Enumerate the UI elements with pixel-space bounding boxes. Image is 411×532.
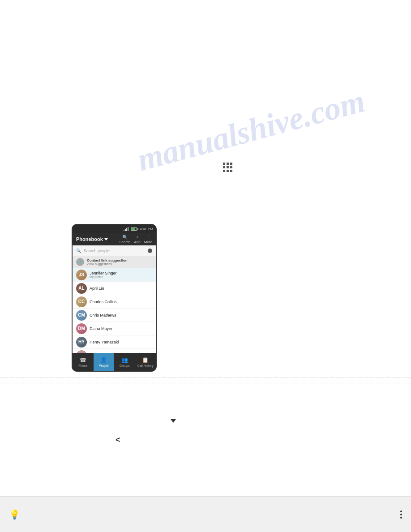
call-history-nav-icon: 📋 [142,357,149,363]
contact-diana[interactable]: DM Diana Mayer [73,322,156,335]
contact-name-diana: Diana Mayer [90,326,112,331]
groups-nav-icon: 👥 [121,357,128,363]
tip-box: 💡 [0,496,411,532]
more-action[interactable]: ⋮ More [144,235,152,244]
nav-people[interactable]: 👤 People [94,353,115,371]
contact-info-chris: Chris Mathews [90,313,116,317]
contact-subtitle-jennifer: My profile [90,275,117,279]
nav-phone-label: Phone [78,364,87,367]
menu-dot-3 [400,517,402,519]
contact-jennifer[interactable]: JS Jennifer Singer My profile [73,268,156,282]
suggestion-text: Contact link suggestion 2 link suggestio… [87,258,128,266]
signal-icon [124,227,128,231]
phone-nav-icon: ☎ [80,357,86,363]
suggestion-title: Contact link suggestion [87,258,128,262]
more-icon: ⋮ [146,235,150,240]
contact-name-henry: Henry Yamazaki [90,340,119,344]
search-label: Search [119,240,130,244]
triangle-down-icon [171,416,176,425]
search-icon: 🔍 [122,235,128,240]
nav-people-label: People [99,364,109,367]
phonebook-title-label: Phonebook [76,236,103,242]
status-bar: 4:41 PM [73,225,156,233]
header-actions: 🔍 Search + Add ⋮ More [119,235,152,244]
avatar-diana: DM [76,323,87,334]
contact-info-april: April Lin [90,286,104,291]
app-title[interactable]: Phonebook [76,236,108,242]
add-icon: + [136,235,139,240]
contact-info-jennifer: Jennifer Singer My profile [90,271,117,279]
contact-chris[interactable]: CM Chris Mathews [73,309,156,322]
search-action[interactable]: 🔍 Search [119,235,130,244]
search-icon-small: 🔍 [76,249,81,253]
suggestion-icon: 🔗 [76,258,84,266]
contact-info-henry: Henry Yamazaki [90,340,119,344]
divider-top [0,378,411,378]
menu-dot-1 [400,511,402,512]
contact-name-charles: Charles Collins [90,300,117,304]
more-options-icon[interactable] [400,511,402,519]
phone-mockup: 4:41 PM Phonebook 🔍 Search + Add ⋮ More … [72,224,157,372]
menu-dot-2 [400,514,402,515]
avatar-charles: CC [76,296,87,307]
avatar-april: AL [76,283,87,294]
nav-call-history[interactable]: 📋 Call History [135,353,156,371]
avatar-jennifer: JS [76,270,87,280]
contact-henry[interactable]: HY Henry Yamazaki [73,335,156,349]
contact-info-charles: Charles Collins [90,300,117,304]
suggestion-subtitle: 2 link suggestions [87,262,128,266]
people-nav-icon: 👤 [100,357,107,363]
contact-april[interactable]: AL April Lin [73,282,156,295]
dropdown-arrow-icon [104,238,108,240]
avatar-chris: CM [76,310,87,321]
nav-phone[interactable]: ☎ Phone [73,353,94,371]
avatar-henry: HY [76,337,87,348]
contact-suggestion-row[interactable]: 🔗 Contact link suggestion 2 link suggest… [73,256,156,268]
contact-charles[interactable]: CC Charles Collins [73,295,156,309]
watermark: manualshive.com [133,82,369,179]
status-time: 4:41 PM [140,227,153,231]
back-chevron-icon: < [116,435,120,445]
contact-name-chris: Chris Mathews [90,313,116,317]
battery-icon [131,227,137,231]
more-label: More [144,240,152,244]
contact-name-april: April Lin [90,286,104,291]
contact-info-diana: Diana Mayer [90,326,112,331]
app-header: Phonebook 🔍 Search + Add ⋮ More [73,233,156,245]
add-label: Add [134,240,141,244]
nav-groups-label: Groups [120,364,130,367]
bottom-nav: ☎ Phone 👤 People 👥 Groups 📋 Call History [73,353,156,371]
nav-call-history-label: Call History [137,364,154,367]
contact-name-jennifer: Jennifer Singer [90,271,117,275]
nav-groups[interactable]: 👥 Groups [114,353,135,371]
add-action[interactable]: + Add [134,235,141,244]
search-input[interactable]: Search people [84,249,145,253]
mic-icon[interactable] [148,249,152,253]
contact-list: 🔗 Contact link suggestion 2 link suggest… [73,256,156,362]
divider-bottom [0,383,411,383]
search-bar[interactable]: 🔍 Search people [73,245,156,256]
bulb-icon: 💡 [9,509,20,520]
apps-grid-icon [223,163,232,172]
